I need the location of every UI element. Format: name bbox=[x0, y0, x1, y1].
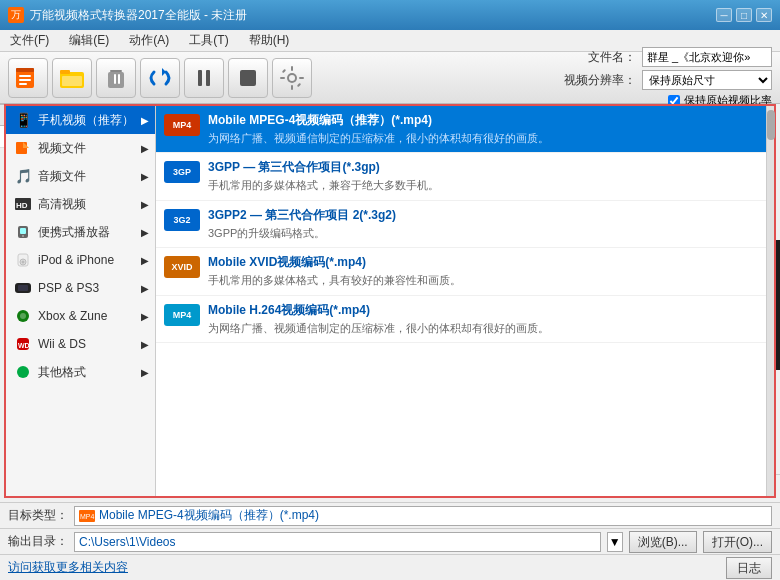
menu-label-ipod: iPod & iPhone bbox=[38, 253, 114, 267]
menu-help[interactable]: 帮助(H) bbox=[243, 30, 296, 51]
menu-edit[interactable]: 编辑(E) bbox=[63, 30, 115, 51]
access-link[interactable]: 访问获取更多相关内容 bbox=[8, 559, 128, 576]
maximize-button[interactable]: □ bbox=[736, 8, 752, 22]
other-icon bbox=[14, 363, 32, 381]
menu-tools[interactable]: 工具(T) bbox=[183, 30, 234, 51]
menu-label-psp: PSP & PS3 bbox=[38, 281, 99, 295]
arrow-icon-other: ▶ bbox=[141, 367, 149, 378]
format-title-xvid: Mobile XVID视频编码(*.mp4) bbox=[208, 254, 758, 271]
menu-item-hd[interactable]: HD 高清视频 ▶ bbox=[6, 190, 155, 218]
menu-item-video-files[interactable]: 视频文件 ▶ bbox=[6, 134, 155, 162]
target-type-value: MP4 Mobile MPEG-4视频编码（推荐）(*.mp4) bbox=[74, 506, 772, 526]
ipod-icon bbox=[14, 251, 32, 269]
format-item-mp4[interactable]: MP4 Mobile MPEG-4视频编码（推荐）(*.mp4) 为网络广播、视… bbox=[156, 106, 766, 153]
svg-point-17 bbox=[289, 75, 295, 81]
menu-label-hd: 高清视频 bbox=[38, 196, 86, 213]
menu-item-ipod[interactable]: iPod & iPhone ▶ bbox=[6, 246, 155, 274]
svg-rect-10 bbox=[114, 74, 116, 84]
format-item-3g2[interactable]: 3G2 3GPP2 — 第三代合作项目 2(*.3g2) 3GPP的升级编码格式… bbox=[156, 201, 766, 248]
menu-item-wii[interactable]: WD Wii & DS ▶ bbox=[6, 330, 155, 358]
add-file-button[interactable] bbox=[8, 58, 48, 98]
format-item-xvid[interactable]: XVID Mobile XVID视频编码(*.mp4) 手机常用的多媒体格式，具… bbox=[156, 248, 766, 295]
open-button[interactable]: 打开(O)... bbox=[703, 531, 772, 553]
convert-button[interactable] bbox=[140, 58, 180, 98]
format-dropdown-overlay: 📱 手机视频（推荐） ▶ 视频文件 ▶ 🎵 音频文件 ▶ HD 高清视频 ▶ bbox=[4, 104, 776, 498]
menu-label-portable: 便携式播放器 bbox=[38, 224, 110, 241]
menu-label-mobile: 手机视频（推荐） bbox=[38, 112, 134, 129]
audio-icon: 🎵 bbox=[14, 167, 32, 185]
menu-item-other[interactable]: 其他格式 ▶ bbox=[6, 358, 155, 386]
svg-rect-11 bbox=[118, 74, 120, 84]
format-desc-3gp: 手机常用的多媒体格式，兼容于绝大多数手机。 bbox=[208, 178, 758, 193]
title-bar-left: 万 万能视频格式转换器2017全能版 - 未注册 bbox=[8, 7, 247, 24]
format-badge-xvid: XVID bbox=[164, 256, 200, 278]
svg-rect-3 bbox=[19, 79, 31, 81]
menu-file[interactable]: 文件(F) bbox=[4, 30, 55, 51]
log-button[interactable]: 日志 bbox=[726, 557, 772, 579]
menu-item-audio[interactable]: 🎵 音频文件 ▶ bbox=[6, 162, 155, 190]
svg-rect-19 bbox=[291, 85, 293, 90]
svg-rect-8 bbox=[110, 70, 122, 72]
svg-rect-13 bbox=[198, 70, 202, 86]
xbox-icon bbox=[14, 307, 32, 325]
arrow-icon-psp: ▶ bbox=[141, 283, 149, 294]
format-badge-3g2: 3G2 bbox=[164, 209, 200, 231]
format-scrollbar[interactable] bbox=[766, 106, 774, 496]
open-folder-button[interactable] bbox=[52, 58, 92, 98]
psp-icon bbox=[14, 279, 32, 297]
menu-label-xbox: Xbox & Zune bbox=[38, 309, 107, 323]
video-res-select[interactable]: 保持原始尺寸 bbox=[642, 70, 772, 90]
arrow-icon-portable: ▶ bbox=[141, 227, 149, 238]
target-type-label: 目标类型： bbox=[8, 507, 68, 524]
menu-item-portable[interactable]: 便携式播放器 ▶ bbox=[6, 218, 155, 246]
menu-label-video: 视频文件 bbox=[38, 140, 86, 157]
output-dir-label: 输出目录： bbox=[8, 533, 68, 550]
format-item-3gp[interactable]: 3GP 3GPP — 第三代合作项目(*.3gp) 手机常用的多媒体格式，兼容于… bbox=[156, 153, 766, 200]
format-desc-h264: 为网络广播、视频通信制定的压缩标准，很小的体积却有很好的画质。 bbox=[208, 321, 758, 336]
svg-rect-18 bbox=[291, 66, 293, 71]
svg-rect-14 bbox=[206, 70, 210, 86]
path-dropdown-btn[interactable]: ▼ bbox=[607, 532, 623, 552]
svg-text:HD: HD bbox=[16, 201, 28, 210]
format-desc-xvid: 手机常用的多媒体格式，具有较好的兼容性和画质。 bbox=[208, 273, 758, 288]
svg-rect-2 bbox=[19, 75, 31, 77]
format-title-3gp: 3GPP — 第三代合作项目(*.3gp) bbox=[208, 159, 758, 176]
hd-icon: HD bbox=[14, 195, 32, 213]
target-type-row: 目标类型： MP4 Mobile MPEG-4视频编码（推荐）(*.mp4) bbox=[0, 502, 780, 528]
output-dir-row: 输出目录： C:\Users\1\Videos ▼ 浏览(B)... 打开(O)… bbox=[0, 528, 780, 554]
format-desc-3g2: 3GPP的升级编码格式。 bbox=[208, 226, 758, 241]
mobile-icon: 📱 bbox=[14, 111, 32, 129]
portable-icon bbox=[14, 223, 32, 241]
svg-rect-6 bbox=[60, 70, 70, 74]
menu-action[interactable]: 动作(A) bbox=[123, 30, 175, 51]
stop-button[interactable] bbox=[228, 58, 268, 98]
arrow-icon-audio: ▶ bbox=[141, 171, 149, 182]
settings-button[interactable] bbox=[272, 58, 312, 98]
menu-item-psp[interactable]: PSP & PS3 ▶ bbox=[6, 274, 155, 302]
format-title-mp4: Mobile MPEG-4视频编码（推荐）(*.mp4) bbox=[208, 112, 758, 129]
menu-item-xbox[interactable]: Xbox & Zune ▶ bbox=[6, 302, 155, 330]
format-badge-mp4: MP4 bbox=[164, 114, 200, 136]
pause-button[interactable] bbox=[184, 58, 224, 98]
svg-point-39 bbox=[20, 313, 26, 319]
filename-input[interactable] bbox=[642, 47, 772, 67]
scroll-thumb[interactable] bbox=[767, 110, 775, 140]
video-file-icon bbox=[14, 139, 32, 157]
format-text-3gp: 3GPP — 第三代合作项目(*.3gp) 手机常用的多媒体格式，兼容于绝大多数… bbox=[208, 159, 758, 193]
arrow-icon: ▶ bbox=[141, 115, 149, 126]
close-button[interactable]: ✕ bbox=[756, 8, 772, 22]
browse-button[interactable]: 浏览(B)... bbox=[629, 531, 697, 553]
menu-item-mobile-video[interactable]: 📱 手机视频（推荐） ▶ bbox=[6, 106, 155, 134]
svg-rect-7 bbox=[62, 76, 82, 86]
format-title-3g2: 3GPP2 — 第三代合作项目 2(*.3g2) bbox=[208, 207, 758, 224]
minimize-button[interactable]: ─ bbox=[716, 8, 732, 22]
delete-button[interactable] bbox=[96, 58, 136, 98]
svg-point-42 bbox=[17, 366, 29, 378]
info-row: 访问获取更多相关内容 日志 bbox=[0, 554, 780, 580]
filename-label: 文件名： bbox=[588, 49, 636, 66]
svg-text:WD: WD bbox=[18, 342, 30, 349]
format-item-h264[interactable]: MP4 Mobile H.264视频编码(*.mp4) 为网络广播、视频通信制定… bbox=[156, 296, 766, 343]
title-bar-controls: ─ □ ✕ bbox=[716, 8, 772, 22]
menu-label-other: 其他格式 bbox=[38, 364, 86, 381]
app-icon: 万 bbox=[8, 7, 24, 23]
